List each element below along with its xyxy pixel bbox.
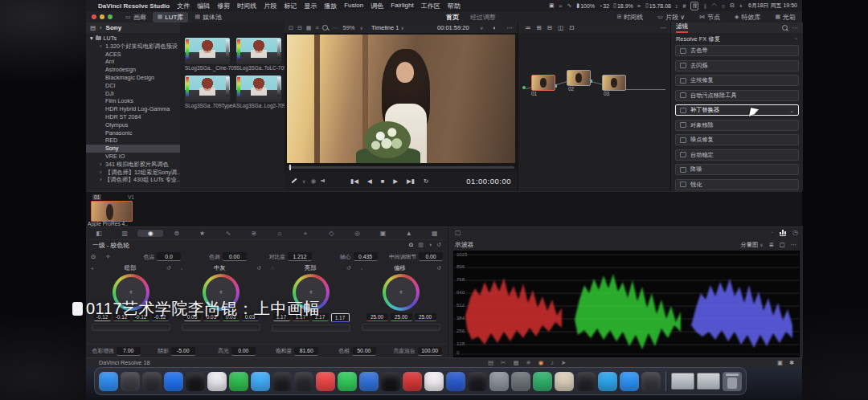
scope-histogram-icon[interactable] [780, 230, 786, 236]
lut-folder-item[interactable]: Olympus [86, 121, 180, 129]
app-name[interactable]: DaVinci Resolve Studio [98, 2, 170, 10]
status-item[interactable]: 搜 [690, 2, 699, 10]
adjustment-field[interactable]: 色温0.0 [116, 252, 181, 261]
expand-icon[interactable]: ▢ [455, 229, 461, 236]
adjustment-value[interactable]: 0.00 [231, 347, 256, 356]
lut-root-folder[interactable]: ▾ LUTs [86, 35, 180, 43]
fx-item[interactable]: 锐化 [675, 179, 799, 190]
palette-tool-icon[interactable]: ▣ [371, 230, 396, 237]
node-more-icon[interactable]: ⋯ [661, 24, 667, 31]
dock-app-icon[interactable] [424, 372, 444, 391]
menu-item[interactable]: 修剪 [217, 2, 230, 10]
menu-item[interactable]: 调色 [371, 2, 383, 10]
dock-app-icon[interactable] [121, 372, 140, 391]
menu-item[interactable]: 工作区 [421, 2, 440, 10]
reset-icon[interactable]: ↺ [256, 265, 261, 271]
node-menu-icon[interactable]: ≔ [525, 24, 531, 31]
adjustment-value[interactable]: 50.00 [352, 347, 376, 356]
adjustment-field[interactable]: 色相50.00 [327, 347, 387, 356]
lut-folder-item[interactable]: Astrodesign [86, 66, 180, 74]
status-item[interactable]: ▯15.78.08 [645, 2, 671, 9]
wheel-mode-icons[interactable]: ⊙▥◑↺ [408, 242, 441, 248]
node-01-thumbnail[interactable] [531, 75, 555, 91]
wheel-left-icon[interactable]: ∴ [271, 265, 274, 271]
wheel-left-icon[interactable]: + [91, 266, 94, 271]
dot-icon[interactable]: · [771, 229, 773, 236]
status-item[interactable]: ∿ [567, 2, 572, 9]
lut-item[interactable]: SLog3SGa..709TypeA [185, 76, 230, 108]
menu-item[interactable]: 帮助 [448, 2, 461, 10]
sidebar-list-icon[interactable]: ▤ [90, 24, 96, 31]
adjustment-field[interactable]: 轴心0.435 [312, 252, 377, 261]
scope-settings-icon[interactable]: ≣ [769, 241, 774, 248]
status-item[interactable]: # [682, 3, 686, 9]
zoom-window-icon[interactable] [108, 14, 113, 19]
toolbar-button[interactable]: ▤媒体池 [190, 12, 227, 22]
collapse-icon[interactable]: ⌃ [794, 37, 798, 43]
page-icon[interactable]: ◉ [538, 359, 544, 366]
lut-folder-item[interactable]: Arri [86, 58, 180, 66]
lut-folder-item[interactable]: ACES [86, 51, 180, 59]
menu-item[interactable]: 播放 [324, 2, 337, 10]
dock-app-icon[interactable] [576, 372, 596, 391]
lut-folder-item[interactable]: Blackmagic Design [86, 74, 180, 82]
offset-wheel[interactable]: ◦偏移↺ 25.0025.0025.00 [356, 264, 446, 341]
toolbar-button[interactable]: ⊞时间线 [613, 12, 646, 22]
reset-icon[interactable]: ↺ [166, 265, 171, 271]
adjustment-value[interactable]: 81.60 [294, 347, 318, 356]
dock-window-preview[interactable] [697, 373, 720, 390]
settings-gear-icon[interactable]: ✱ [789, 359, 794, 366]
wheel-value[interactable]: 25.00 [366, 313, 388, 321]
palette-tool-icon[interactable]: ▦ [422, 230, 448, 237]
dock-app-icon[interactable] [316, 372, 335, 391]
dock-app-icon[interactable] [338, 372, 357, 391]
adjustment-value[interactable]: 1.212 [288, 252, 312, 261]
adjustment-field[interactable]: 阴影-5.00 [146, 347, 207, 356]
dock-app-icon[interactable] [446, 372, 465, 391]
dock-app-icon[interactable] [533, 372, 552, 391]
toolbar-button[interactable]: ⋈节点 [696, 12, 723, 22]
palette-tool-icon[interactable]: × [293, 230, 318, 237]
lut-folder-item[interactable]: DJI [86, 90, 180, 98]
status-item[interactable]: ↕ [675, 3, 679, 9]
adjustment-field[interactable]: 中间调细节0.00 [378, 252, 443, 261]
node-key-icon[interactable]: ⊡ [569, 24, 574, 31]
dock-app-icon[interactable] [468, 372, 487, 391]
scope-fullscreen-icon[interactable]: ▢ [780, 241, 785, 248]
audio-speaker-icon[interactable] [321, 179, 325, 183]
dock-app-icon[interactable] [99, 372, 118, 391]
status-item[interactable]: ⊟ [730, 2, 735, 9]
palette-tool-icon[interactable]: ◉ [137, 230, 163, 237]
adjustment-field[interactable]: 亮度混合100.00 [387, 347, 448, 356]
status-item[interactable]: ▯18.9% [613, 2, 633, 9]
wheel-left-icon[interactable]: ◦ [181, 266, 182, 271]
fx-item[interactable]: 尘埃修复 [675, 75, 799, 86]
node-add-icon[interactable]: ⊞ [537, 24, 542, 31]
fx-item[interactable]: 补丁替换器 [675, 104, 799, 116]
fx-item[interactable]: 对象移除 [675, 120, 799, 131]
wipe-icon[interactable]: ◐ [493, 24, 497, 31]
offset-master-slider[interactable] [362, 324, 440, 331]
page-icon[interactable]: ✳ [526, 359, 530, 366]
menu-item[interactable]: 标记 [284, 2, 297, 10]
status-item[interactable]: ◠ [712, 2, 718, 9]
record-icon[interactable]: ◉ [310, 178, 316, 185]
lut-folder-item[interactable]: HDR Hybrid Log-Gamma [86, 105, 180, 113]
fx-more-icon[interactable]: ⋯ [792, 24, 799, 31]
lut-folder-item[interactable]: RED [86, 137, 180, 145]
adjustment-value[interactable]: 7.00 [117, 347, 141, 356]
viewer-header-icons[interactable]: ⊡⊟▦≡⋯ [289, 25, 338, 31]
expand-icon[interactable]: ▾ [90, 35, 93, 43]
palette-tool-icon[interactable]: ▲ [396, 230, 422, 237]
page-icon[interactable]: ♪ [551, 359, 554, 366]
dock-app-icon[interactable] [489, 372, 509, 391]
fx-section-header[interactable]: Resolve FX 修复 ⌃ [671, 33, 803, 45]
transport-button[interactable]: ▮◀ [350, 178, 358, 185]
dock-app-icon[interactable] [403, 372, 422, 391]
fx-item[interactable]: 自动稳定 [675, 149, 799, 161]
dock-app-icon[interactable] [164, 372, 183, 391]
lut-item[interactable]: SLog3SGa..Log2-709 [236, 76, 281, 108]
wheel-left-icon[interactable]: ◦ [361, 266, 362, 271]
node-02-thumbnail[interactable] [567, 70, 591, 86]
status-item[interactable]: ○ [722, 3, 726, 9]
